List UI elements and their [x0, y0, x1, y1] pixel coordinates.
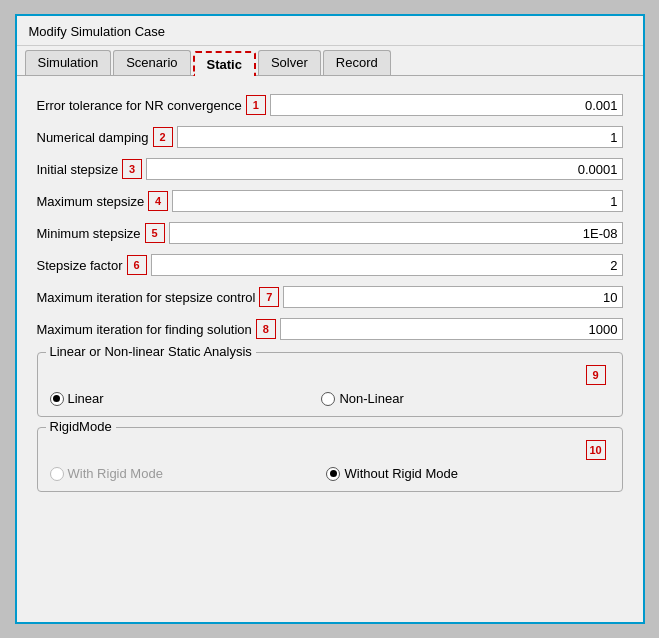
tab-static[interactable]: Static: [193, 51, 256, 76]
with-rigid-label: With Rigid Mode: [68, 466, 163, 481]
badge-9: 9: [586, 365, 606, 385]
linear-group-title: Linear or Non-linear Static Analysis: [46, 344, 256, 359]
input-1[interactable]: [270, 94, 623, 116]
input-3[interactable]: [146, 158, 622, 180]
without-rigid-option[interactable]: Without Rigid Mode: [326, 466, 457, 481]
field-row-5: Minimum stepsize 5: [37, 220, 623, 246]
field-row-2: Numerical damping 2: [37, 124, 623, 150]
tab-simulation[interactable]: Simulation: [25, 50, 112, 75]
linear-group-box: Linear or Non-linear Static Analysis 9 L…: [37, 352, 623, 417]
field-row-6: Stepsize factor 6: [37, 252, 623, 278]
field-row-4: Maximum stepsize 4: [37, 188, 623, 214]
field-row-7: Maximum iteration for stepsize control 7: [37, 284, 623, 310]
window-title: Modify Simulation Case: [29, 24, 166, 39]
tab-bar: Simulation Scenario Static Solver Record: [17, 46, 643, 76]
label-8: Maximum iteration for finding solution: [37, 322, 252, 337]
field-row-3: Initial stepsize 3: [37, 156, 623, 182]
rigid-radio-row: With Rigid Mode Without Rigid Mode: [50, 466, 610, 481]
with-rigid-option[interactable]: With Rigid Mode: [50, 466, 163, 481]
label-3: Initial stepsize: [37, 162, 119, 177]
rigid-group-title-row: RigidMode 10: [50, 440, 610, 460]
without-rigid-label: Without Rigid Mode: [344, 466, 457, 481]
badge-6: 6: [127, 255, 147, 275]
title-bar: Modify Simulation Case: [17, 16, 643, 46]
rigid-group-box: RigidMode 10 With Rigid Mode Without Rig…: [37, 427, 623, 492]
label-7: Maximum iteration for stepsize control: [37, 290, 256, 305]
with-rigid-radio[interactable]: [50, 467, 64, 481]
input-5[interactable]: [169, 222, 623, 244]
label-6: Stepsize factor: [37, 258, 123, 273]
nonlinear-label: Non-Linear: [339, 391, 403, 406]
without-rigid-radio[interactable]: [326, 467, 340, 481]
label-1: Error tolerance for NR convergence: [37, 98, 242, 113]
input-6[interactable]: [151, 254, 623, 276]
badge-8: 8: [256, 319, 276, 339]
input-7[interactable]: [283, 286, 622, 308]
badge-1: 1: [246, 95, 266, 115]
field-row-1: Error tolerance for NR convergence 1: [37, 92, 623, 118]
tab-solver[interactable]: Solver: [258, 50, 321, 75]
field-row-8: Maximum iteration for finding solution 8: [37, 316, 623, 342]
badge-7: 7: [259, 287, 279, 307]
linear-group-title-row: Linear or Non-linear Static Analysis 9: [50, 365, 610, 385]
label-5: Minimum stepsize: [37, 226, 141, 241]
linear-label: Linear: [68, 391, 104, 406]
main-window: Modify Simulation Case Simulation Scenar…: [15, 14, 645, 624]
badge-3: 3: [122, 159, 142, 179]
input-4[interactable]: [172, 190, 622, 212]
content-area: Error tolerance for NR convergence 1 Num…: [17, 76, 643, 508]
badge-10: 10: [586, 440, 606, 460]
linear-radio-row: Linear Non-Linear: [50, 391, 610, 406]
badge-4: 4: [148, 191, 168, 211]
badge-2: 2: [153, 127, 173, 147]
input-2[interactable]: [177, 126, 623, 148]
linear-radio[interactable]: [50, 392, 64, 406]
linear-option[interactable]: Linear: [50, 391, 104, 406]
input-8[interactable]: [280, 318, 623, 340]
nonlinear-option[interactable]: Non-Linear: [321, 391, 403, 406]
tab-scenario[interactable]: Scenario: [113, 50, 190, 75]
nonlinear-radio[interactable]: [321, 392, 335, 406]
rigid-group-title: RigidMode: [46, 419, 116, 434]
label-2: Numerical damping: [37, 130, 149, 145]
badge-5: 5: [145, 223, 165, 243]
label-4: Maximum stepsize: [37, 194, 145, 209]
tab-record[interactable]: Record: [323, 50, 391, 75]
